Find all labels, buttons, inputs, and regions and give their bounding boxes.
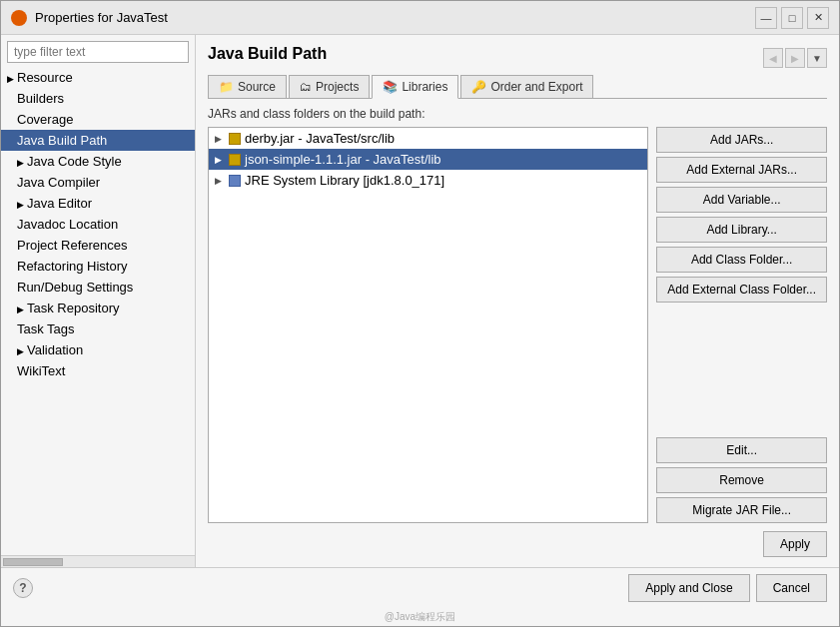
footer: ? Apply and Close Cancel <box>1 567 839 608</box>
edit-button[interactable]: Edit... <box>656 437 827 463</box>
action-buttons: Add JARs... Add External JARs... Add Var… <box>656 127 827 523</box>
add-library-button[interactable]: Add Library... <box>656 217 827 243</box>
add-jars-button[interactable]: Add JARs... <box>656 127 827 153</box>
sidebar-item-task-repository[interactable]: ▶ Task Repository <box>1 298 195 318</box>
title-bar-controls: — □ ✕ <box>755 7 829 29</box>
sidebar-label-project-references: Project References <box>17 238 128 253</box>
title-bar-left: Properties for JavaTest <box>11 10 168 26</box>
projects-tab-icon: 🗂 <box>300 80 312 94</box>
minimize-button[interactable]: — <box>755 7 777 29</box>
expand-arrow-java-editor: ▶ <box>17 200 27 210</box>
help-button[interactable]: ? <box>13 578 33 598</box>
cancel-button[interactable]: Cancel <box>756 574 827 602</box>
add-class-folder-button[interactable]: Add Class Folder... <box>656 247 827 273</box>
sidebar-label-validation: Validation <box>27 342 83 357</box>
sidebar: ▶ ResourceBuildersCoverageJava Build Pat… <box>1 35 196 567</box>
sidebar-item-validation[interactable]: ▶ Validation <box>1 339 195 360</box>
jar-icon-json <box>229 154 241 166</box>
jre-icon <box>229 175 241 187</box>
sidebar-item-java-editor[interactable]: ▶ Java Editor <box>1 193 195 214</box>
properties-dialog: Properties for JavaTest — □ ✕ ▶ Resource… <box>0 0 840 627</box>
source-tab-icon: 📁 <box>219 80 234 94</box>
sidebar-tree: ▶ ResourceBuildersCoverageJava Build Pat… <box>1 67 195 555</box>
expand-arrow-jre: ▶ <box>215 176 225 186</box>
jar-item-derby[interactable]: ▶ derby.jar - JavaTest/src/lib <box>209 128 647 149</box>
sidebar-label-task-tags: Task Tags <box>17 321 75 336</box>
sidebar-label-java-compiler: Java Compiler <box>17 175 100 190</box>
sidebar-label-run-debug-settings: Run/Debug Settings <box>17 280 133 295</box>
sidebar-label-refactoring-history: Refactoring History <box>17 259 128 274</box>
jar-item-json-simple[interactable]: ▶ json-simple-1.1.1.jar - JavaTest/lib <box>209 149 647 170</box>
sidebar-label-java-build-path: Java Build Path <box>17 133 107 148</box>
tab-source[interactable]: 📁 Source <box>208 75 287 98</box>
sidebar-item-java-compiler[interactable]: Java Compiler <box>1 172 195 193</box>
apply-close-button[interactable]: Apply and Close <box>628 574 749 602</box>
jar-list: ▶ derby.jar - JavaTest/src/lib ▶ json-si… <box>208 127 648 523</box>
order-tab-icon: 🔑 <box>471 80 486 94</box>
jar-item-jre[interactable]: ▶ JRE System Library [jdk1.8.0_171] <box>209 170 647 191</box>
nav-dropdown-button[interactable]: ▼ <box>807 48 827 68</box>
expand-arrow-validation: ▶ <box>17 346 27 356</box>
nav-forward-button[interactable]: ▶ <box>785 48 805 68</box>
dialog-icon <box>11 10 27 26</box>
sidebar-item-java-code-style[interactable]: ▶ Java Code Style <box>1 151 195 172</box>
sidebar-item-project-references[interactable]: Project References <box>1 235 195 256</box>
main-content: Java Build Path ◀ ▶ ▼ 📁 Source 🗂 Project… <box>196 35 839 567</box>
sidebar-item-coverage[interactable]: Coverage <box>1 109 195 130</box>
sidebar-label-coverage: Coverage <box>17 112 73 127</box>
expand-arrow-json: ▶ <box>215 155 225 165</box>
expand-arrow-task-repository: ▶ <box>17 305 27 314</box>
close-button[interactable]: ✕ <box>807 7 829 29</box>
sidebar-item-task-tags[interactable]: Task Tags <box>1 318 195 339</box>
scrollbar-thumb <box>3 558 63 566</box>
sidebar-item-wikitext[interactable]: WikiText <box>1 360 195 381</box>
sidebar-scrollbar[interactable] <box>1 555 195 567</box>
tab-order-export[interactable]: 🔑 Order and Export <box>460 75 593 98</box>
jar-icon-derby <box>229 133 241 145</box>
sidebar-label-resource: Resource <box>17 70 73 85</box>
expand-arrow-java-code-style: ▶ <box>17 158 27 168</box>
title-bar: Properties for JavaTest — □ ✕ <box>1 1 839 35</box>
dialog-title: Properties for JavaTest <box>35 10 168 25</box>
nav-arrows: ◀ ▶ ▼ <box>763 48 827 68</box>
sidebar-item-builders[interactable]: Builders <box>1 88 195 109</box>
jar-list-panel: ▶ derby.jar - JavaTest/src/lib ▶ json-si… <box>208 127 648 523</box>
watermark: @Java编程乐园 <box>1 608 839 626</box>
tabs: 📁 Source 🗂 Projects 📚 Libraries 🔑 Order … <box>208 75 827 99</box>
description-text: JARs and class folders on the build path… <box>208 107 827 121</box>
sidebar-label-java-code-style: Java Code Style <box>27 154 122 169</box>
sidebar-label-javadoc-location: Javadoc Location <box>17 217 118 232</box>
nav-back-button[interactable]: ◀ <box>763 48 783 68</box>
apply-button[interactable]: Apply <box>763 531 827 557</box>
sidebar-label-wikitext: WikiText <box>17 363 65 378</box>
sidebar-label-java-editor: Java Editor <box>27 196 92 211</box>
add-external-jars-button[interactable]: Add External JARs... <box>656 157 827 183</box>
sidebar-item-refactoring-history[interactable]: Refactoring History <box>1 256 195 277</box>
sidebar-item-run-debug-settings[interactable]: Run/Debug Settings <box>1 277 195 298</box>
tab-libraries[interactable]: 📚 Libraries <box>372 75 458 99</box>
sidebar-label-builders: Builders <box>17 91 64 106</box>
migrate-jar-button[interactable]: Migrate JAR File... <box>656 497 827 523</box>
maximize-button[interactable]: □ <box>781 7 803 29</box>
filter-input[interactable] <box>7 41 189 63</box>
sidebar-item-resource[interactable]: ▶ Resource <box>1 67 195 88</box>
add-variable-button[interactable]: Add Variable... <box>656 187 827 213</box>
libraries-tab-icon: 📚 <box>383 80 398 94</box>
sidebar-label-task-repository: Task Repository <box>27 301 119 315</box>
sidebar-item-javadoc-location[interactable]: Javadoc Location <box>1 214 195 235</box>
expand-arrow-resource: ▶ <box>7 74 17 84</box>
content-area: ▶ derby.jar - JavaTest/src/lib ▶ json-si… <box>208 127 827 523</box>
expand-arrow-derby: ▶ <box>215 134 225 144</box>
dialog-body: ▶ ResourceBuildersCoverageJava Build Pat… <box>1 35 839 567</box>
add-external-class-folder-button[interactable]: Add External Class Folder... <box>656 277 827 303</box>
remove-button[interactable]: Remove <box>656 467 827 493</box>
page-title: Java Build Path <box>208 45 327 63</box>
tab-projects[interactable]: 🗂 Projects <box>289 75 370 98</box>
sidebar-item-java-build-path[interactable]: Java Build Path <box>1 130 195 151</box>
